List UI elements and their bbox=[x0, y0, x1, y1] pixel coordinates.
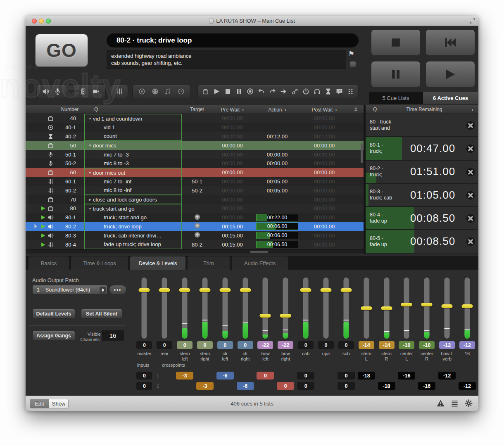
active-header-time-remaining[interactable]: Time Remaining bbox=[377, 107, 471, 112]
tab-device-levels[interactable]: Device & Levels bbox=[130, 256, 186, 270]
fader-handle[interactable] bbox=[159, 288, 170, 292]
crosspoint-empty[interactable] bbox=[418, 372, 435, 380]
crosspoint-value[interactable]: -16 bbox=[418, 382, 435, 390]
fader-handle[interactable] bbox=[381, 306, 392, 310]
pause-icon[interactable] bbox=[235, 88, 242, 95]
cue-postwait-cell[interactable]: 00:00.00 bbox=[300, 214, 348, 221]
cue-postwait-cell[interactable]: 00:00.00 bbox=[300, 169, 348, 176]
fader-track[interactable] bbox=[142, 278, 147, 339]
crosspoint-empty[interactable] bbox=[257, 382, 274, 390]
stop-cue-button[interactable] bbox=[466, 144, 475, 153]
midi-icon[interactable] bbox=[152, 88, 159, 95]
active-cue-row[interactable]: 80-4 · fade up00:08.50 bbox=[366, 207, 478, 230]
chat-icon[interactable] bbox=[336, 88, 343, 95]
column-header-postwait[interactable]: Post Wait› bbox=[300, 107, 348, 113]
cue-prewait-cell[interactable]: 00:00.00 bbox=[211, 152, 254, 158]
channel-level-value[interactable]: 0 bbox=[318, 341, 334, 349]
crosspoint-value[interactable]: 0 bbox=[338, 382, 355, 390]
stop-cue-button[interactable] bbox=[466, 168, 475, 177]
crosspoint-empty[interactable] bbox=[216, 382, 234, 390]
flag-icon[interactable]: ⚑ bbox=[348, 50, 354, 58]
headphones-icon[interactable] bbox=[314, 88, 321, 95]
fader-handle[interactable] bbox=[240, 288, 251, 292]
cue-postwait-cell[interactable]: 00:00.00 bbox=[300, 187, 348, 194]
horizontal-scrollbar-thumb[interactable] bbox=[250, 251, 268, 253]
crosspoint-empty[interactable] bbox=[378, 372, 395, 380]
channel-level-value[interactable]: -14 bbox=[359, 341, 374, 349]
cue-postwait-cell[interactable]: 00:00.00 bbox=[300, 124, 348, 130]
disclosure-open-icon[interactable]: ▼ bbox=[87, 207, 93, 211]
cue-prewait-cell[interactable]: 00:00.00 bbox=[211, 142, 254, 149]
crosspoint-value[interactable]: -6 bbox=[216, 372, 234, 380]
tab-trim[interactable]: Trim bbox=[187, 256, 230, 270]
patch-settings-button[interactable]: ••• bbox=[109, 285, 126, 294]
cue-action-cell[interactable]: 00:12.00 bbox=[254, 133, 300, 140]
cue-row-80-4[interactable]: 80-4fade up truck; drive loop80-200:15.0… bbox=[26, 240, 364, 249]
cue-prewait-cell[interactable]: 00:00.00 bbox=[211, 115, 254, 121]
speaker-icon[interactable] bbox=[42, 88, 49, 95]
set-all-silent-button[interactable]: Set All Silent bbox=[81, 309, 122, 318]
fader-handle[interactable] bbox=[442, 304, 453, 308]
fader-handle[interactable] bbox=[361, 306, 372, 310]
group-icon[interactable] bbox=[202, 88, 209, 95]
cue-row-40-1[interactable]: 40-1vid 100:00.0000:00.00 bbox=[26, 123, 364, 132]
cue-postwait-cell[interactable]: 00:00.00 bbox=[300, 142, 348, 149]
stop-cue-button[interactable] bbox=[466, 121, 475, 130]
cue-postwait-cell[interactable]: 00:00.00 bbox=[300, 205, 348, 211]
cue-row-50-2[interactable]: 50-2mic 8 to -300:00.0000:00.0000:00.00 bbox=[26, 159, 364, 168]
cue-row-60-1[interactable]: 60-1mic 7 to -inf50-100:00.0000:05.0000:… bbox=[26, 177, 364, 186]
cue-row-80-3[interactable]: 80-3truck; cab interior drivi…00:15.0000… bbox=[26, 231, 364, 240]
cue-postwait-cell[interactable]: 00:00.00 bbox=[300, 160, 348, 166]
fader-handle[interactable] bbox=[421, 303, 433, 306]
record-icon[interactable] bbox=[247, 88, 254, 95]
crosspoint-empty[interactable] bbox=[358, 382, 375, 390]
fader-track[interactable] bbox=[202, 278, 207, 339]
cue-prewait-cell[interactable]: 00:00.00 bbox=[211, 205, 254, 211]
crosspoint-empty[interactable] bbox=[317, 372, 335, 380]
visible-channels-value[interactable]: 16 bbox=[102, 330, 124, 341]
crosspoint-value[interactable]: -6 bbox=[237, 382, 254, 390]
crosspoint-value[interactable]: -3 bbox=[196, 382, 214, 390]
cue-row-80-1[interactable]: 80-1truck; start and go00:00.0000:22.000… bbox=[26, 213, 364, 222]
cue-action-cell[interactable]: 00:05.00 bbox=[254, 178, 300, 185]
play-transport-button[interactable] bbox=[426, 61, 475, 88]
disclosure-closed-icon[interactable]: ▶ bbox=[87, 198, 93, 202]
cue-row-50[interactable]: 50▼door mics00:00.0000:00.00 bbox=[26, 141, 364, 150]
fader-track[interactable] bbox=[222, 278, 228, 339]
crosspoint-value[interactable]: -16 bbox=[398, 372, 415, 380]
fader-handle[interactable] bbox=[321, 288, 332, 292]
active-cue-row[interactable]: 80-2 · truck;01:51.00 bbox=[366, 161, 478, 184]
fader-track[interactable] bbox=[343, 278, 349, 339]
default-levels-button[interactable]: Default Levels bbox=[32, 309, 75, 318]
disclosure-open-icon[interactable]: ▼ bbox=[87, 144, 93, 147]
hourglass-icon[interactable] bbox=[325, 88, 332, 95]
fader-handle[interactable] bbox=[280, 314, 291, 318]
cue-prewait-cell[interactable]: 00:15.00 bbox=[211, 223, 254, 230]
cue-postwait-cell[interactable]: 00:00.00 bbox=[300, 115, 348, 121]
crosspoint-value[interactable]: -3 bbox=[176, 372, 193, 380]
cue-row-60-2[interactable]: 60-2mic 8 to -inf50-200:00.0000:05.0000:… bbox=[26, 186, 364, 195]
cue-action-cell[interactable]: 00:00.00 bbox=[254, 160, 300, 166]
cue-action-cell[interactable]: 00:06.00 bbox=[254, 223, 300, 230]
fader-track[interactable] bbox=[404, 278, 409, 339]
film-icon[interactable] bbox=[80, 88, 87, 95]
cue-action-cell[interactable]: 00:05.00 bbox=[254, 187, 300, 194]
channel-level-value[interactable]: 0 bbox=[157, 341, 172, 349]
tab-5-cue-lists[interactable]: 5 Cue Lists bbox=[369, 92, 423, 104]
stop-icon[interactable] bbox=[224, 88, 231, 95]
channel-level-value[interactable]: 0 bbox=[197, 341, 213, 349]
cue-postwait-cell[interactable]: 00:00.00 bbox=[300, 152, 348, 158]
cue-postwait-cell[interactable]: 00:00.00 bbox=[300, 197, 348, 203]
fullscreen-icon[interactable] bbox=[469, 18, 475, 24]
cue-postwait-cell[interactable]: 00:00.00 bbox=[300, 232, 348, 239]
cue-list-view-button[interactable] bbox=[451, 399, 459, 407]
clock-icon[interactable] bbox=[178, 88, 185, 95]
stop-cue-button[interactable] bbox=[466, 237, 475, 246]
crosspoint-value[interactable]: 0 bbox=[297, 382, 314, 390]
channel-level-value[interactable]: -22 bbox=[257, 341, 273, 349]
go-button[interactable]: GO bbox=[35, 34, 88, 67]
fader-track[interactable] bbox=[424, 278, 430, 339]
fader-handle[interactable] bbox=[340, 288, 352, 292]
column-header-q[interactable]: Q bbox=[82, 107, 183, 112]
devamp-icon[interactable] bbox=[291, 88, 298, 95]
